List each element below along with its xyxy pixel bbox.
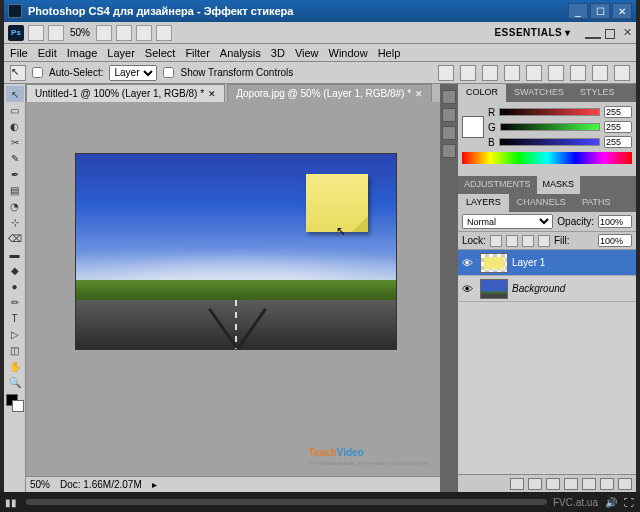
tab-channels[interactable]: CHANNELS xyxy=(509,194,574,212)
dock-icon[interactable] xyxy=(442,126,456,140)
lock-position-icon[interactable] xyxy=(522,235,534,247)
align-icon[interactable] xyxy=(548,65,564,81)
menu-file[interactable]: File xyxy=(10,47,28,59)
blend-mode-select[interactable]: Normal xyxy=(462,214,553,229)
tab-adjustments[interactable]: ADJUSTMENTS xyxy=(458,176,537,194)
history-brush-tool[interactable]: ⌫ xyxy=(6,230,24,246)
adjustment-icon[interactable] xyxy=(564,478,578,490)
shape-tool[interactable]: ✋ xyxy=(6,358,24,374)
color-spectrum[interactable] xyxy=(462,152,632,164)
tab-swatches[interactable]: SWATCHES xyxy=(506,84,572,102)
minimize-button[interactable] xyxy=(568,3,588,19)
align-icon[interactable] xyxy=(504,65,520,81)
mask-icon[interactable] xyxy=(546,478,560,490)
align-icon[interactable] xyxy=(438,65,454,81)
launch-bridge-icon[interactable] xyxy=(28,25,44,41)
layer-name[interactable]: Background xyxy=(512,283,565,294)
document-canvas[interactable]: ↖ xyxy=(76,154,396,349)
foreground-swatch[interactable] xyxy=(462,116,484,138)
status-doc[interactable]: Doc: 1.66M/2.07M xyxy=(60,479,142,490)
menu-3d[interactable]: 3D xyxy=(271,47,285,59)
stamp-tool[interactable]: ⊹ xyxy=(6,214,24,230)
screen-mode-icon[interactable] xyxy=(156,25,172,41)
path-tool[interactable]: ◫ xyxy=(6,342,24,358)
play-button[interactable]: ▮▮ xyxy=(2,494,20,510)
tab-paths[interactable]: PATHS xyxy=(574,194,619,212)
lock-all-icon[interactable] xyxy=(538,235,550,247)
quick-select-tool[interactable]: ✂ xyxy=(6,134,24,150)
menu-analysis[interactable]: Analysis xyxy=(220,47,261,59)
pen-tool[interactable]: T xyxy=(6,310,24,326)
blur-tool[interactable]: ● xyxy=(6,278,24,294)
zoom-select[interactable]: 50% xyxy=(68,26,92,39)
layer-name[interactable]: Layer 1 xyxy=(512,257,545,268)
color-swatches[interactable] xyxy=(6,390,24,412)
layer-row[interactable]: 👁 Background xyxy=(458,276,636,302)
type-tool[interactable]: ▷ xyxy=(6,326,24,342)
close-button[interactable] xyxy=(612,3,632,19)
panel-minimize-icon[interactable] xyxy=(585,35,601,39)
arrange-icon[interactable] xyxy=(136,25,152,41)
show-transform-checkbox[interactable] xyxy=(163,67,174,78)
hand-tool[interactable]: 🔍 xyxy=(6,374,24,390)
canvas-area[interactable]: ↖ xyxy=(26,102,440,476)
lock-transparency-icon[interactable] xyxy=(490,235,502,247)
tab-layers[interactable]: LAYERS xyxy=(458,194,509,212)
menu-image[interactable]: Image xyxy=(67,47,98,59)
workspace-switcher[interactable]: ESSENTIALS ▾ xyxy=(494,27,571,38)
menu-view[interactable]: View xyxy=(295,47,319,59)
fullscreen-icon[interactable]: ⛶ xyxy=(622,495,636,509)
menu-window[interactable]: Window xyxy=(329,47,368,59)
lock-pixels-icon[interactable] xyxy=(506,235,518,247)
g-slider[interactable] xyxy=(500,123,600,131)
tab-masks[interactable]: MASKS xyxy=(537,176,581,194)
dock-icon[interactable] xyxy=(442,90,456,104)
gradient-tool[interactable]: ◆ xyxy=(6,262,24,278)
tab-styles[interactable]: STYLES xyxy=(572,84,623,102)
view-extras-icon[interactable] xyxy=(48,25,64,41)
seek-track[interactable] xyxy=(26,499,547,505)
rotate-icon[interactable] xyxy=(116,25,132,41)
panel-restore-icon[interactable] xyxy=(605,29,615,39)
menu-layer[interactable]: Layer xyxy=(107,47,135,59)
distribute-icon[interactable] xyxy=(570,65,586,81)
volume-icon[interactable]: 🔊 xyxy=(604,495,618,509)
close-icon[interactable]: ✕ xyxy=(208,89,216,99)
tab-color[interactable]: COLOR xyxy=(458,84,506,102)
close-icon[interactable]: ✕ xyxy=(415,89,423,99)
hand-icon[interactable] xyxy=(96,25,112,41)
dock-icon[interactable] xyxy=(442,144,456,158)
doc-tab-1[interactable]: Дорога.jpg @ 50% (Layer 1, RGB/8#) * ✕ xyxy=(227,84,432,102)
b-field[interactable] xyxy=(604,136,632,148)
maximize-button[interactable] xyxy=(590,3,610,19)
b-slider[interactable] xyxy=(499,138,600,146)
eraser-tool[interactable]: ▬ xyxy=(6,246,24,262)
menu-help[interactable]: Help xyxy=(378,47,401,59)
r-slider[interactable] xyxy=(499,108,600,116)
current-tool-icon[interactable]: ↖ xyxy=(10,65,26,81)
visibility-icon[interactable]: 👁 xyxy=(458,257,476,269)
align-icon[interactable] xyxy=(460,65,476,81)
auto-select-checkbox[interactable] xyxy=(32,67,43,78)
doc-tab-0[interactable]: Untitled-1 @ 100% (Layer 1, RGB/8) * ✕ xyxy=(26,84,225,102)
menu-filter[interactable]: Filter xyxy=(185,47,209,59)
align-icon[interactable] xyxy=(482,65,498,81)
dodge-tool[interactable]: ✏ xyxy=(6,294,24,310)
visibility-icon[interactable]: 👁 xyxy=(458,283,476,295)
ps-logo[interactable]: Ps xyxy=(8,25,24,41)
opacity-field[interactable] xyxy=(598,215,632,228)
layer-thumbnail[interactable] xyxy=(480,279,508,299)
move-tool[interactable]: ↖ xyxy=(6,86,24,102)
link-icon[interactable] xyxy=(510,478,524,490)
r-field[interactable] xyxy=(604,106,632,118)
healing-tool[interactable]: ▤ xyxy=(6,182,24,198)
distribute-icon[interactable] xyxy=(614,65,630,81)
layer-row[interactable]: 👁 Layer 1 xyxy=(458,250,636,276)
new-layer-icon[interactable] xyxy=(600,478,614,490)
marquee-tool[interactable]: ▭ xyxy=(6,102,24,118)
group-icon[interactable] xyxy=(582,478,596,490)
dock-icon[interactable] xyxy=(442,108,456,122)
crop-tool[interactable]: ✎ xyxy=(6,150,24,166)
menu-select[interactable]: Select xyxy=(145,47,176,59)
menu-edit[interactable]: Edit xyxy=(38,47,57,59)
